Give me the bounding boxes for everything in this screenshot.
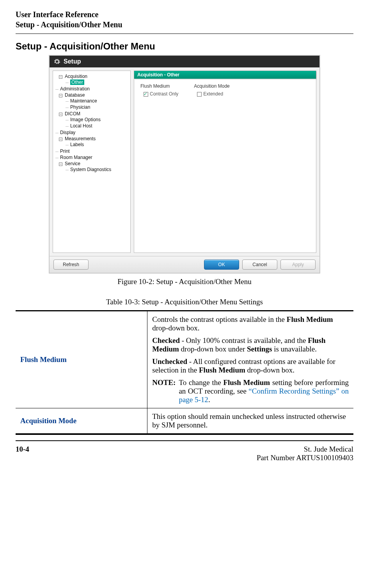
flush-medium-group: Flush Medium Contrast Only [140,83,178,97]
tree-label: Display [60,130,75,135]
setting-desc: Controls the contrast options available … [147,311,353,408]
note-label: NOTE: [152,378,179,404]
tree-label: Administration [60,86,90,92]
setup-button-bar: Refresh OK Cancel Apply [50,256,319,273]
table-row: Flush Medium Controls the contrast optio… [16,311,353,408]
footer-part-number: Part Number ARTUS100109403 [257,454,353,462]
tree-item-system-diagnostics[interactable]: System Diagnostics [66,166,129,173]
tree-label: System Diagnostics [70,167,111,172]
tree-label: Measurements [65,136,96,141]
footer-company: St. Jude Medical [257,445,353,454]
collapse-icon[interactable]: − [59,94,62,97]
setup-content-pane: Acquisition - Other Flush Medium Contras… [134,71,316,253]
tree-item-local-host[interactable]: Local Host [66,123,129,129]
acquisition-mode-label: Acquisition Mode [194,83,229,89]
ok-button[interactable]: OK [204,260,239,270]
setup-window: Setup −Acquisition Other Administration … [49,55,320,274]
footer-rule [16,440,353,441]
flush-medium-label: Flush Medium [140,83,178,89]
tree-item-dicom[interactable]: −DICOM Image Options Local Host [55,111,129,129]
table-row: Acquisition Mode This option should rema… [16,408,353,434]
refresh-button[interactable]: Refresh [53,260,89,270]
tree-item-display[interactable]: Display [55,129,129,136]
tree-label: Room Manager [60,155,92,160]
tree-item-other[interactable]: Other [66,79,129,85]
settings-table: Flush Medium Controls the contrast optio… [16,310,353,435]
tree-label: Print [60,148,70,154]
figure-caption: Figure 10-2: Setup - Acquisition/Other M… [16,277,353,286]
contrast-only-label: Contrast Only [150,91,178,97]
tree-item-service[interactable]: −Service System Diagnostics [55,161,129,173]
setting-desc: This option should remain unchecked unle… [147,408,353,434]
tree-label-selected: Other [70,79,84,85]
note-body: To change the Flush Medium setting befor… [179,378,349,404]
tree-item-acquisition[interactable]: −Acquisition Other [55,73,129,86]
collapse-icon[interactable]: − [59,162,62,166]
tree-item-physician[interactable]: Physician [66,104,129,110]
tree-item-database[interactable]: −Database Maintenance Physician [55,92,129,111]
setting-name: Acquisition Mode [16,408,147,434]
tree-label: DICOM [65,111,80,117]
tree-item-room-manager[interactable]: Room Manager [55,154,129,161]
tree-label: Physician [70,104,90,110]
setup-title-text: Setup [64,58,81,65]
tree-item-maintenance[interactable]: Maintenance [66,98,129,104]
page-footer: 10-4 St. Jude Medical Part Number ARTUS1… [16,445,353,462]
header-rule [16,34,353,34]
extended-label: Extended [203,91,223,97]
tree-item-labels[interactable]: Labels [66,141,129,148]
page-number: 10-4 [16,445,29,462]
group-header: Acquisition - Other [134,71,316,79]
collapse-icon[interactable]: − [59,138,62,141]
tree-label: Service [65,161,80,166]
header-line-2: Setup - Acquisition/Other Menu [16,19,353,30]
setup-tree: −Acquisition Other Administration −Datab… [53,71,131,253]
tree-item-image-options[interactable]: Image Options [66,117,129,123]
tree-label: Maintenance [70,98,97,104]
setup-titlebar: Setup [50,56,319,67]
cancel-button[interactable]: Cancel [242,260,277,270]
contrast-only-checkbox[interactable] [144,92,148,97]
collapse-icon[interactable]: − [59,113,62,116]
table-caption: Table 10-3: Setup - Acquisition/Other Me… [16,298,353,306]
tree-label: Image Options [70,117,101,122]
tree-label: Labels [70,142,84,147]
tree-label: Database [65,92,85,98]
header-line-1: User Interface Reference [16,9,353,19]
apply-button[interactable]: Apply [280,260,316,270]
tree-label: Acquisition [65,74,87,79]
tree-item-print[interactable]: Print [55,148,129,154]
tree-item-measurements[interactable]: −Measurements Labels [55,136,129,148]
tree-label: Local Host [70,123,92,129]
section-title: Setup - Acquisition/Other Menu [16,41,353,52]
gear-icon [53,58,60,65]
extended-checkbox[interactable] [197,92,202,97]
tree-item-administration[interactable]: Administration [55,86,129,92]
acquisition-mode-group: Acquisition Mode Extended [194,83,229,97]
collapse-icon[interactable]: − [59,75,62,79]
setting-name: Flush Medium [16,311,147,408]
